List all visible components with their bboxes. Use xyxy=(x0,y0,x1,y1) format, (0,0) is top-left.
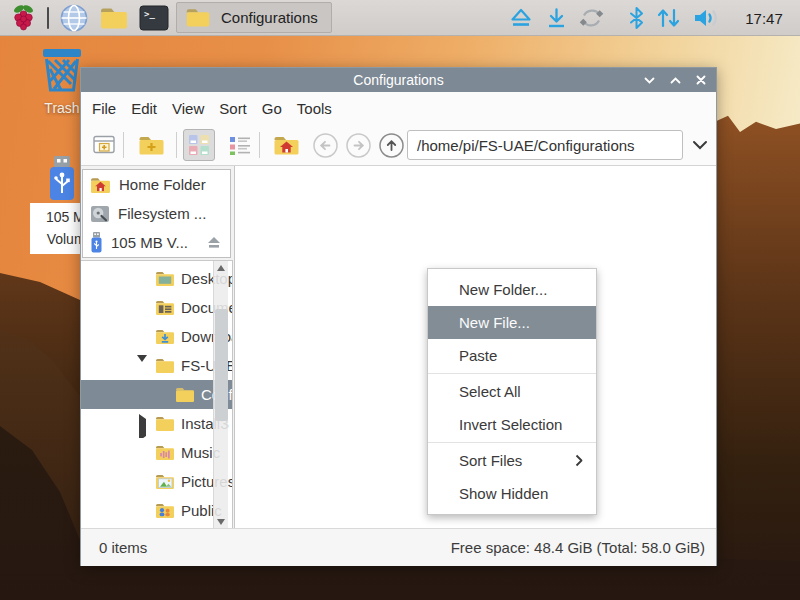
icon-view-button[interactable] xyxy=(183,129,215,161)
taskbar-window-button[interactable]: Configurations xyxy=(176,2,332,33)
tree-item-pictures[interactable]: Pictures xyxy=(81,467,233,496)
eject-icon[interactable] xyxy=(506,0,536,36)
home-folder-icon xyxy=(90,176,111,194)
item-count: 0 items xyxy=(99,539,147,556)
free-space: Free space: 48.4 GiB (Total: 58.0 GiB) xyxy=(451,539,705,556)
context-item-paste[interactable]: Paste xyxy=(428,339,596,372)
web-browser-icon[interactable] xyxy=(59,0,89,36)
tree-item-downloads[interactable]: Downloads xyxy=(81,322,233,351)
collapse-expander-icon[interactable] xyxy=(137,362,147,380)
menu-sort[interactable]: Sort xyxy=(214,94,252,123)
path-input[interactable] xyxy=(407,130,683,160)
minimize-button[interactable] xyxy=(642,73,656,87)
usb-drive-icon xyxy=(46,156,78,202)
folder-icon xyxy=(175,386,195,403)
clock[interactable]: 17:47 xyxy=(735,0,793,36)
eject-volume-button[interactable] xyxy=(207,236,221,249)
maximize-button[interactable] xyxy=(668,73,682,87)
menu-file[interactable]: File xyxy=(87,94,121,123)
menu-edit[interactable]: Edit xyxy=(126,94,162,123)
context-separator xyxy=(428,442,596,443)
places-pane: Home Folder Filesystem ... xyxy=(82,169,231,258)
tree-item-fs-uae[interactable]: FS-UAE xyxy=(81,351,233,380)
context-item-new-file[interactable]: New File... xyxy=(428,306,596,339)
new-folder-button[interactable] xyxy=(136,125,166,165)
toolbar-separator xyxy=(123,132,124,158)
taskbar-separator xyxy=(47,7,49,29)
tree-item-install3[interactable]: Install3 xyxy=(81,409,233,438)
network-updown-icon[interactable] xyxy=(653,0,683,36)
window-body: Home Folder Filesystem ... xyxy=(81,166,716,528)
sync-icon[interactable] xyxy=(576,0,606,36)
context-item-show-hidden[interactable]: Show Hidden xyxy=(428,477,596,510)
file-manager-icon[interactable] xyxy=(98,0,130,36)
context-item-select-all[interactable]: Select All xyxy=(428,375,596,408)
svg-text:>_: >_ xyxy=(144,9,155,19)
close-button[interactable] xyxy=(694,73,708,87)
folder-icon xyxy=(155,415,175,432)
path-dropdown-chevron-icon[interactable] xyxy=(689,125,711,165)
context-item-invert-selection[interactable]: Invert Selection xyxy=(428,408,596,441)
place-label: Filesystem ... xyxy=(118,205,206,222)
place-home-folder[interactable]: Home Folder xyxy=(83,170,230,199)
download-icon[interactable] xyxy=(542,0,570,36)
tree-scrollbar[interactable] xyxy=(213,261,228,528)
public-folder-icon xyxy=(155,502,175,519)
folder-icon xyxy=(155,357,175,374)
forward-button[interactable] xyxy=(345,125,372,165)
menu-view[interactable]: View xyxy=(167,94,209,123)
music-folder-icon xyxy=(155,444,175,461)
taskbar-window-label: Configurations xyxy=(221,9,318,26)
taskbar: >_ Configurations xyxy=(0,0,800,36)
volume-icon[interactable] xyxy=(690,0,724,36)
window-titlebar[interactable]: Configurations xyxy=(81,68,716,92)
place-label: Home Folder xyxy=(119,176,206,193)
pictures-folder-icon xyxy=(155,473,175,490)
toolbar-separator xyxy=(259,132,260,158)
scroll-down-arrow-icon[interactable] xyxy=(217,519,225,525)
documents-folder-icon xyxy=(155,299,175,316)
context-separator xyxy=(428,373,596,374)
submenu-arrow-icon xyxy=(575,454,583,467)
raspberry-menu-icon[interactable] xyxy=(8,0,38,36)
usb-drive-icon xyxy=(90,232,103,253)
place-label: 105 MB V... xyxy=(111,234,188,251)
scrollbar-thumb[interactable] xyxy=(215,309,228,421)
downloads-folder-icon xyxy=(155,328,175,345)
menu-bar: File Edit View Sort Go Tools xyxy=(81,92,716,125)
context-item-sort-files[interactable]: Sort Files xyxy=(428,444,596,477)
desktop-folder-icon xyxy=(155,270,175,287)
file-manager-window: Configurations File Edit View Sort Go To… xyxy=(80,67,717,566)
tree-item-desktop[interactable]: Desktop xyxy=(81,264,233,293)
terminal-icon[interactable]: >_ xyxy=(138,0,170,36)
context-item-new-folder[interactable]: New Folder... xyxy=(428,273,596,306)
scroll-up-arrow-icon[interactable] xyxy=(217,265,225,271)
trash-icon xyxy=(41,48,83,92)
window-title: Configurations xyxy=(353,72,443,88)
menu-go[interactable]: Go xyxy=(257,94,287,123)
list-view-button[interactable] xyxy=(226,125,254,165)
up-button[interactable] xyxy=(378,125,405,165)
place-filesystem[interactable]: Filesystem ... xyxy=(83,199,230,228)
usb-volume-desktop-icon[interactable] xyxy=(44,156,80,206)
folder-icon xyxy=(185,7,211,28)
tree-item-public[interactable]: Public xyxy=(81,496,233,525)
side-pane: Home Folder Filesystem ... xyxy=(81,166,233,528)
desktop-screen: Trash 105 MB Volume Configurations xyxy=(0,0,800,600)
menu-tools[interactable]: Tools xyxy=(292,94,337,123)
directory-tree: Desktop xyxy=(81,260,233,528)
back-button[interactable] xyxy=(312,125,339,165)
place-usb-volume[interactable]: 105 MB V... xyxy=(83,228,230,257)
toolbar xyxy=(81,125,716,166)
expand-expander-icon[interactable] xyxy=(139,419,146,437)
tree-item-music[interactable]: Music xyxy=(81,438,233,467)
status-bar: 0 items Free space: 48.4 GiB (Total: 58.… xyxy=(81,528,716,566)
bluetooth-icon[interactable] xyxy=(626,0,646,36)
context-menu: New Folder... New File... Paste Select A… xyxy=(427,268,597,515)
home-button[interactable] xyxy=(271,125,301,165)
tree-item-configurations[interactable]: Configurations xyxy=(81,380,233,409)
toolbar-separator xyxy=(176,132,177,158)
tree-item-documents[interactable]: Documents xyxy=(81,293,233,322)
hard-drive-icon xyxy=(90,205,110,223)
new-window-button[interactable] xyxy=(89,125,119,165)
